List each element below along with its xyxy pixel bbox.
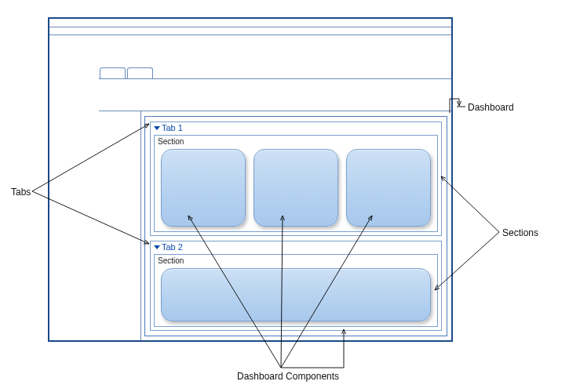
window-tab-1[interactable] <box>100 67 126 78</box>
titlebar-divider <box>49 27 451 27</box>
dashboard-container: Tab 1 Section Tab 2 Section <box>144 116 447 336</box>
dashboard-component[interactable] <box>161 149 246 227</box>
section-label-1: Section <box>158 137 184 146</box>
callout-sections: Sections <box>502 227 538 238</box>
dashboard-component[interactable] <box>253 149 338 227</box>
ribbon-divider <box>99 111 451 111</box>
component-row-2 <box>161 268 431 321</box>
section-label-2: Section <box>158 256 184 265</box>
callout-dashboard: Dashboard <box>468 102 514 113</box>
window-tab-2[interactable] <box>127 67 153 78</box>
chevron-down-icon <box>154 245 160 249</box>
tab-header-2[interactable]: Tab 2 <box>154 242 183 252</box>
dashboard-component[interactable] <box>346 149 431 227</box>
window-frame: Tab 1 Section Tab 2 Section <box>48 17 453 342</box>
callout-tabs: Tabs <box>11 187 31 198</box>
tab-panel-2: Tab 2 Section <box>150 241 442 331</box>
section-1: Section <box>154 135 438 232</box>
callout-components: Dashboard Components <box>237 371 339 382</box>
tabrow-divider <box>99 78 451 79</box>
component-row-1 <box>161 149 431 227</box>
sidebar-divider <box>140 111 141 340</box>
tab-label-1: Tab 1 <box>162 123 183 132</box>
tab-label-2: Tab 2 <box>162 242 183 252</box>
tab-header-1[interactable]: Tab 1 <box>154 123 183 132</box>
menubar-divider <box>49 34 451 35</box>
chevron-down-icon <box>154 126 160 130</box>
section-2: Section <box>154 254 438 327</box>
dashboard-component[interactable] <box>161 268 431 321</box>
tab-panel-1: Tab 1 Section <box>150 122 442 236</box>
